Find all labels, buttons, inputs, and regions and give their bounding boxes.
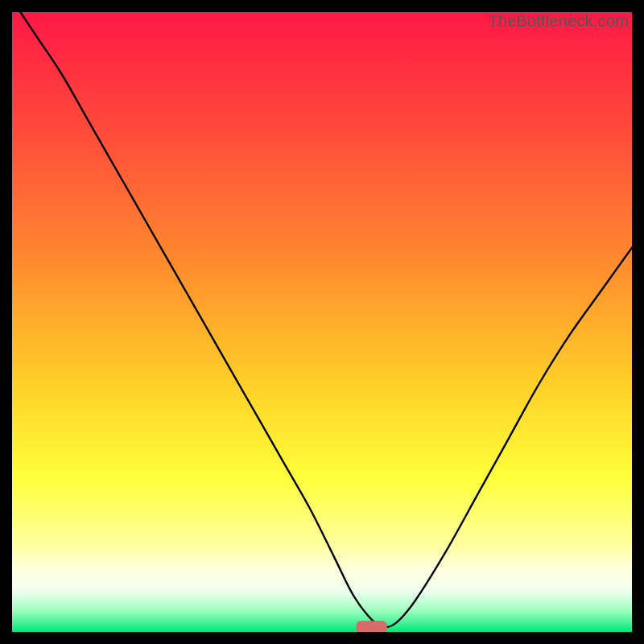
watermark-label: TheBottleneck.com xyxy=(488,12,629,31)
bottleneck-chart xyxy=(12,12,632,632)
chart-frame: TheBottleneck.com xyxy=(12,12,632,632)
chart-background xyxy=(12,12,632,632)
sweet-spot-marker xyxy=(356,621,387,632)
